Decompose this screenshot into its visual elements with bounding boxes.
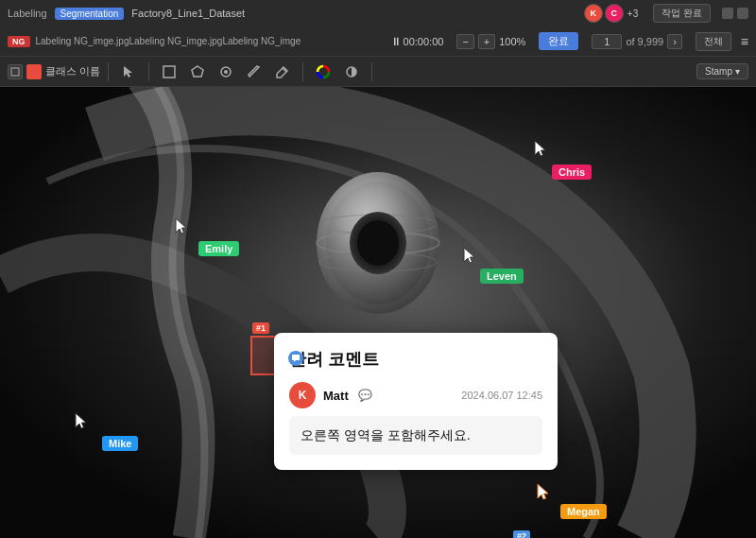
svg-marker-2 xyxy=(192,66,203,77)
rectangle-tool-button[interactable] xyxy=(157,60,181,84)
page-input[interactable]: 1 xyxy=(592,34,622,49)
svg-point-4 xyxy=(224,70,228,74)
total-pages: of 9,999 xyxy=(626,36,663,47)
svg-rect-1 xyxy=(163,66,175,78)
window-controls xyxy=(722,8,748,19)
svg-rect-0 xyxy=(11,68,19,76)
user-label-emily: Emily xyxy=(198,241,239,256)
popup-title: 반려 코멘트 xyxy=(289,348,542,371)
stamp-button[interactable]: Stamp ▾ xyxy=(696,63,748,79)
user-label-chris: Chris xyxy=(552,165,592,180)
annotation-label-1: #1 xyxy=(252,322,269,334)
zoom-value: 100% xyxy=(499,36,525,47)
zoom-controls: − + 100% xyxy=(456,34,525,49)
visibility-toggle[interactable] xyxy=(8,64,23,79)
class-name-label: 클래스 이름 xyxy=(45,64,100,78)
dataset-label: Factory8_Line1_Dataset xyxy=(131,8,245,19)
canvas-background xyxy=(0,87,756,538)
window-min[interactable] xyxy=(722,8,733,19)
tool-row: 클래스 이름 Stamp ▾ xyxy=(0,57,756,87)
plus-more: +3 xyxy=(627,9,638,19)
user-label-leven: Leven xyxy=(480,269,524,284)
annotation-label-2: #2 xyxy=(513,530,530,538)
window-max[interactable] xyxy=(737,8,748,19)
toolbar: NG Labeling NG_imge.jpgLabeling NG_imge.… xyxy=(0,26,756,57)
tool-separator-2 xyxy=(148,62,149,81)
commenter-avatar: K xyxy=(289,382,316,408)
menu-button[interactable]: ≡ xyxy=(741,34,748,49)
done-button[interactable]: 완료 xyxy=(539,32,578,50)
top-bar: Labeling Segmentation Factory8_Line1_Dat… xyxy=(0,0,756,26)
tool-separator-4 xyxy=(371,62,372,81)
labeling-label: Labeling xyxy=(8,8,47,19)
color-picker-button[interactable] xyxy=(311,60,335,84)
pen-tool-button[interactable] xyxy=(242,60,266,84)
work-done-button[interactable]: 작업 완료 xyxy=(653,4,711,23)
ng-badge: NG xyxy=(8,36,30,47)
comment-timestamp: 2024.06.07 12:45 xyxy=(461,390,542,401)
next-page-button[interactable]: › xyxy=(667,34,682,49)
user-label-megan: Megan xyxy=(560,504,607,519)
select-tool-button[interactable] xyxy=(116,60,141,84)
nav-controls: 1 of 9,999 › xyxy=(592,34,681,49)
zoom-out-button[interactable]: − xyxy=(456,34,473,49)
avatars-group: K C +3 xyxy=(584,4,638,23)
user-label-mike: Mike xyxy=(102,436,138,451)
tool-separator-3 xyxy=(302,62,303,81)
contrast-tool-button[interactable] xyxy=(339,60,364,84)
comment-popup: 반려 코멘트 K Matt 💬 2024.06.07 12:45 오른쪽 영역을… xyxy=(274,333,558,470)
canvas-area[interactable]: #1 #2 Chris Emily Leven xyxy=(0,87,756,538)
segmentation-tag: Segmentation xyxy=(55,8,125,20)
tool-separator-1 xyxy=(108,62,109,81)
full-button[interactable]: 전체 xyxy=(696,32,731,51)
file-name: Labeling NG_imge.jpgLabeling NG_imge.jpg… xyxy=(36,36,301,46)
comment-chat-icon: 💬 xyxy=(358,389,372,402)
class-color-button[interactable] xyxy=(26,64,42,79)
timer-display: ⏸00:00:00 xyxy=(390,35,444,48)
comment-header: K Matt 💬 2024.06.07 12:45 xyxy=(289,382,542,408)
avatar-k: K xyxy=(584,4,603,23)
avatar-c: C xyxy=(605,4,624,23)
brush-tool-button[interactable] xyxy=(214,60,238,84)
chat-bubble-icon[interactable] xyxy=(288,351,303,366)
comment-body: 오른쪽 영역을 포함해주세요. xyxy=(289,416,542,455)
zoom-in-button[interactable]: + xyxy=(478,34,495,49)
commenter-name: Matt xyxy=(323,389,349,403)
edit-tool-button[interactable] xyxy=(270,60,295,84)
polygon-tool-button[interactable] xyxy=(185,60,210,84)
